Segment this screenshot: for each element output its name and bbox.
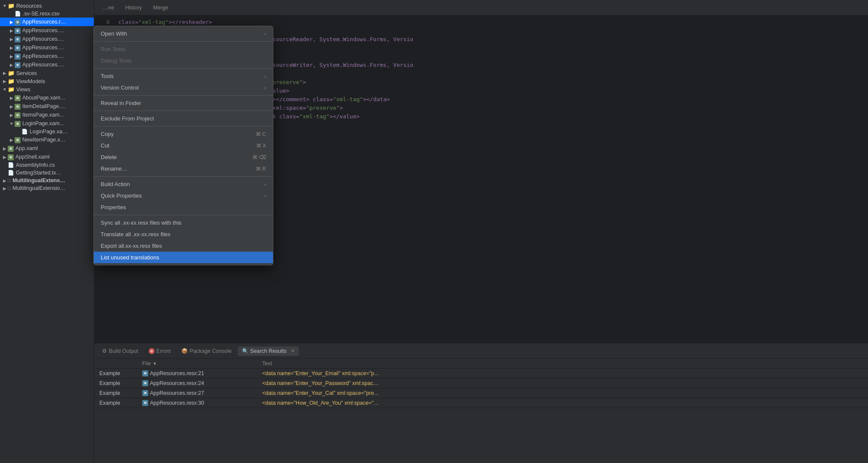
tab-ne[interactable]: …ne: [98, 3, 119, 12]
resx-icon: ⊞: [15, 61, 21, 68]
col-file[interactable]: File ▼: [137, 359, 257, 369]
sidebar-item-multilingualextens-2[interactable]: ▶□MultilingualExtensio…: [0, 184, 94, 192]
sidebar-label: AssemblyInfo.cs: [16, 162, 55, 168]
menu-item-export-all[interactable]: Export all.xx-xx.resx files: [94, 240, 273, 252]
errors-close-icon[interactable]: ⊗: [149, 348, 155, 354]
sidebar-item-sv-se-csv[interactable]: 📄.sv-SE.resx.csv: [0, 10, 94, 18]
result-file: ⊞AppResources.resx:24: [137, 379, 257, 388]
tree-arrow: ▶: [9, 96, 15, 100]
table-row[interactable]: Example⊞AppResources.resx:27<data name="…: [94, 388, 868, 398]
editor-tab-bar: …ne History Merge: [94, 0, 868, 15]
sort-icon: ▼: [153, 361, 157, 366]
sidebar-item-viewmodels-folder[interactable]: ▶📁ViewModels: [0, 77, 94, 85]
menu-item-rename[interactable]: Rename…⌘ R: [94, 163, 273, 174]
resx-icon: ⊞: [15, 53, 21, 60]
sidebar-label: App.xaml: [15, 145, 38, 151]
sidebar: ▼📁Resources📄.sv-SE.resx.csv▶⊞AppResource…: [0, 0, 94, 463]
table-row[interactable]: Example⊞AppResources.resx:24<data name="…: [94, 379, 868, 388]
menu-shortcut: ⌘ R: [256, 166, 266, 172]
sidebar-item-appresources-2[interactable]: ▶⊞AppResources.…: [0, 26, 94, 35]
sidebar-item-multilingualextens-1[interactable]: ▶□MultilingualExtens…: [0, 177, 94, 184]
sidebar-item-aboutpage-xaml[interactable]: ▶⊞AboutPage.xam…: [0, 93, 94, 102]
sidebar-label: MultilingualExtensio…: [12, 185, 65, 191]
menu-item-copy[interactable]: Copy⌘ C: [94, 128, 273, 140]
menu-item-sync-all[interactable]: Sync all .xx-xx.resx files with this: [94, 217, 273, 228]
table-row[interactable]: Example⊞AppResources.resx:30<data name="…: [94, 398, 868, 408]
project-icon: □: [8, 185, 11, 191]
menu-item-cut[interactable]: Cut⌘ X: [94, 140, 273, 151]
tree-arrow: ▶: [2, 71, 8, 75]
sidebar-label: Services: [16, 70, 37, 76]
file-icon: ⊞: [142, 400, 148, 406]
result-file-name: AppResources.resx:24: [150, 380, 204, 386]
sidebar-item-views-folder[interactable]: ▼📁Views: [0, 85, 94, 93]
sidebar-item-appshell-xaml[interactable]: ▶⊞AppShell.xaml: [0, 153, 94, 161]
tab-build-output[interactable]: ⚙ Build Output: [98, 346, 143, 356]
sidebar-item-loginpage-xa[interactable]: 📄LoginPage.xa…: [0, 128, 94, 135]
table-row[interactable]: Example⊞AppResources.resx:21<data name="…: [94, 369, 868, 379]
code-line: class="xml-tag"></resheader>: [118, 18, 868, 27]
menu-item-properties[interactable]: Properties: [94, 201, 273, 213]
tree-arrow: ▶: [2, 146, 8, 151]
xaml-icon: ⊞: [15, 120, 21, 127]
menu-label: Quick Properties: [101, 192, 142, 199]
sidebar-item-appresources-3[interactable]: ▶⊞AppResources.…: [0, 35, 94, 43]
xaml-icon: ⊞: [15, 94, 21, 101]
sidebar-item-gettingstarted-txt[interactable]: 📄GettingStarted.tx…: [0, 169, 94, 177]
sidebar-item-appresources-4[interactable]: ▶⊞AppResources.…: [0, 43, 94, 52]
search-results-close[interactable]: ✕: [291, 348, 295, 354]
sidebar-label: AppResources.…: [22, 53, 64, 59]
menu-label: List unused translations: [101, 254, 159, 261]
sidebar-label: Views: [16, 87, 30, 93]
tree-arrow: ▼: [2, 87, 8, 92]
menu-label: Version Control: [101, 84, 139, 91]
tab-history[interactable]: History: [120, 3, 147, 12]
bottom-panel: ⚙ Build Output ⊗ Errors 📦 Package Consol…: [94, 343, 868, 463]
sidebar-item-itemdetailpage-xaml[interactable]: ▶⊞ItemDetailPage.…: [0, 102, 94, 111]
result-text: <data name="Enter_Your_Cat" xml:space="p…: [257, 388, 868, 398]
tree-arrow: ▶: [9, 138, 15, 142]
sidebar-item-appresources-6[interactable]: ▶⊞AppResources.…: [0, 60, 94, 69]
tab-merge[interactable]: Merge: [148, 3, 173, 12]
cs-icon: 📄: [8, 162, 14, 168]
tab-package-console[interactable]: 📦 Package Console: [177, 346, 236, 356]
tree-arrow: ▶: [9, 37, 15, 42]
sidebar-item-appresources-5[interactable]: ▶⊞AppResources.…: [0, 52, 94, 60]
menu-item-exclude-from-project[interactable]: Exclude From Project: [94, 113, 273, 124]
menu-item-open-with[interactable]: Open With›: [94, 28, 273, 39]
sidebar-item-resources-folder[interactable]: ▼📁Resources: [0, 2, 94, 10]
menu-item-translate-all[interactable]: Translate all .xx-xx.resx files: [94, 228, 273, 240]
result-file-name: AppResources.resx:30: [150, 400, 204, 406]
sidebar-item-newitempage-xaml[interactable]: ▶⊞NewItemPage.x…: [0, 135, 94, 144]
menu-label: Open With: [101, 30, 127, 37]
line-number: 8: [94, 18, 110, 27]
menu-item-delete[interactable]: Delete⌘ ⌫: [94, 151, 273, 163]
xaml-icon: ⊞: [15, 103, 21, 110]
menu-item-tools[interactable]: Tools›: [94, 70, 273, 82]
tab-search-results[interactable]: 🔍 Search Results ✕: [238, 346, 299, 356]
sidebar-item-app-xaml[interactable]: ▶⊞App.xaml: [0, 144, 94, 153]
submenu-arrow-icon: ›: [264, 31, 266, 36]
file-icon: 📄: [15, 11, 21, 17]
menu-item-reveal-in-finder[interactable]: Reveal in Finder: [94, 97, 273, 109]
folder-icon: 📁: [8, 78, 15, 84]
menu-item-build-action[interactable]: Build Action›: [94, 178, 273, 190]
sidebar-item-assemblyinfo-cs[interactable]: 📄AssemblyInfo.cs: [0, 161, 94, 169]
sidebar-label: .sv-SE.resx.csv: [23, 11, 60, 17]
sidebar-label: AppResources.…: [22, 45, 64, 51]
sidebar-label: AppShell.xaml: [15, 154, 50, 160]
sidebar-item-services-folder[interactable]: ▶📁Services: [0, 69, 94, 77]
sidebar-item-appresources-resx-1[interactable]: ▶⊞AppResources.r…: [0, 18, 94, 26]
tab-errors[interactable]: ⊗ Errors: [144, 346, 175, 356]
tree-arrow: ▶: [9, 45, 15, 50]
menu-item-quick-properties[interactable]: Quick Properties›: [94, 190, 273, 201]
menu-item-list-unused[interactable]: List unused translations: [94, 252, 273, 263]
sidebar-label: AppResources.…: [22, 36, 64, 42]
xaml-icon: ⊞: [8, 145, 14, 152]
sidebar-label: LoginPage.xa…: [30, 129, 68, 135]
txt-icon: 📄: [8, 170, 14, 176]
menu-item-version-control[interactable]: Version Control›: [94, 82, 273, 93]
sidebar-item-itemspage-xaml[interactable]: ▶⊞ItemsPage.xam…: [0, 111, 94, 119]
sidebar-item-loginpage-xaml[interactable]: ▼⊞LoginPage.xam…: [0, 119, 94, 128]
resx-icon: ⊞: [15, 27, 21, 34]
